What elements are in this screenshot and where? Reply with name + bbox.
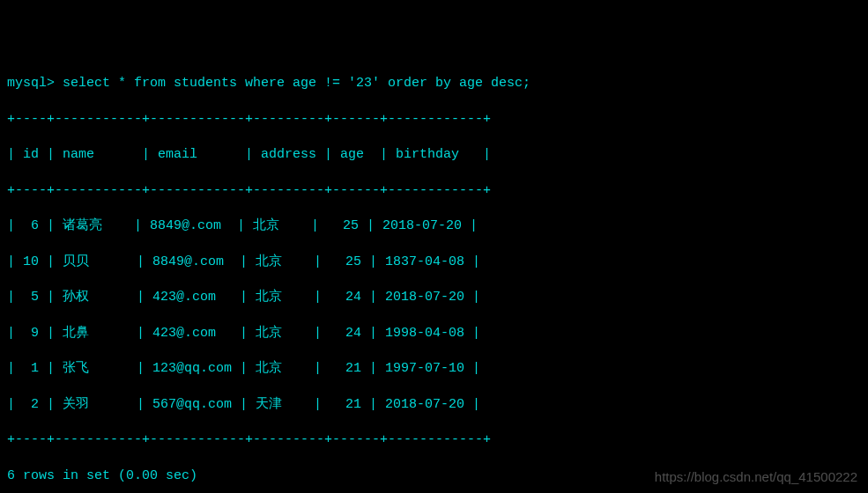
query-line-1[interactable]: mysql> select * from students where age … xyxy=(7,75,861,92)
table-row: | 2 | 关羽 | 567@qq.com | 天津 | 21 | 2018-0… xyxy=(7,396,861,414)
table-row: | 9 | 北鼻 | 423@.com | 北京 | 24 | 1998-04-… xyxy=(7,325,861,342)
table-border: +----+-----------+------------+---------… xyxy=(7,182,861,200)
mysql-prompt: mysql> xyxy=(7,76,55,91)
table-border: +----+-----------+------------+---------… xyxy=(7,431,861,449)
table-border: +----+-----------+------------+---------… xyxy=(7,111,861,129)
table-row: | 10 | 贝贝 | 8849@.com | 北京 | 25 | 1837-0… xyxy=(7,254,861,271)
watermark-text: https://blog.csdn.net/qq_41500222 xyxy=(655,468,857,486)
table-row: | 6 | 诸葛亮 | 8849@.com | 北京 | 25 | 2018-0… xyxy=(7,217,861,235)
sql-statement: select * from students where age != '23'… xyxy=(63,76,530,91)
table-row: | 5 | 孙权 | 423@.com | 北京 | 24 | 2018-07-… xyxy=(7,289,861,306)
table-header: | id | name | email | address | age | bi… xyxy=(7,146,861,164)
table-row: | 1 | 张飞 | 123@qq.com | 北京 | 21 | 1997-0… xyxy=(7,360,861,378)
